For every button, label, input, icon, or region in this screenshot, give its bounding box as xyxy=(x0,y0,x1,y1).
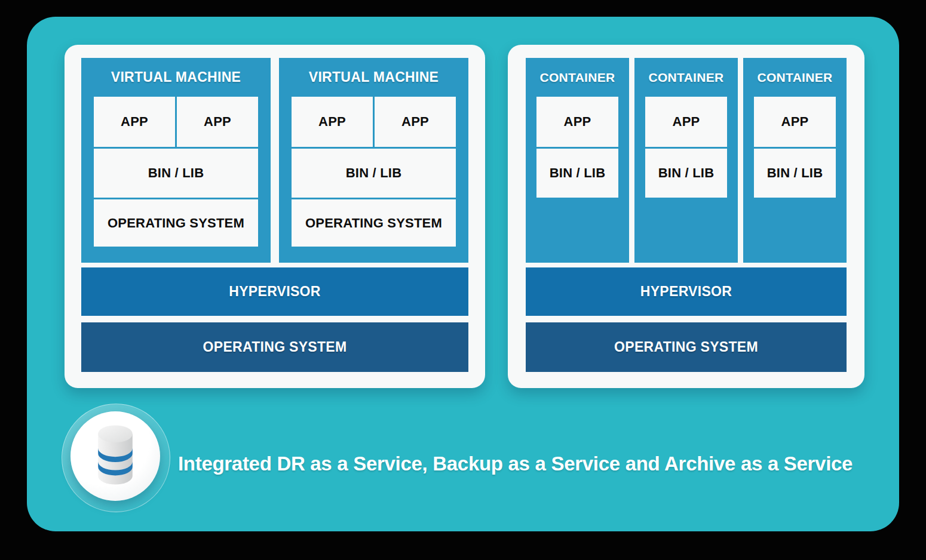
host-os-bar: OPERATING SYSTEM xyxy=(81,322,468,372)
database-badge xyxy=(62,404,170,512)
bin-lib-box: BIN / LIB xyxy=(645,149,727,198)
vm-title: VIRTUAL MACHINE xyxy=(94,58,258,97)
app-box: APP xyxy=(754,97,836,147)
hypervisor-bar: HYPERVISOR xyxy=(81,267,468,316)
database-badge-inner xyxy=(70,411,160,501)
guest-os-box: OPERATING SYSTEM xyxy=(94,199,258,247)
container-columns: CONTAINER APP BIN / LIB CONTAINER APP BI… xyxy=(526,58,847,263)
app-pair: APP APP xyxy=(94,97,258,147)
host-os-bar: OPERATING SYSTEM xyxy=(526,322,847,372)
container-panel: CONTAINER APP BIN / LIB CONTAINER APP BI… xyxy=(508,45,864,388)
container-stack: APP BIN / LIB xyxy=(645,97,727,198)
vm-title: VIRTUAL MACHINE xyxy=(292,58,456,97)
diagram-canvas: VIRTUAL MACHINE APP APP BIN / LIB OPERAT… xyxy=(27,17,899,531)
guest-os-box: OPERATING SYSTEM xyxy=(292,199,456,247)
vm-column-2: VIRTUAL MACHINE APP APP BIN / LIB OPERAT… xyxy=(279,58,468,263)
vm-stack: APP APP BIN / LIB OPERATING SYSTEM xyxy=(292,97,456,247)
app-box: APP xyxy=(375,97,456,147)
container-column-3: CONTAINER APP BIN / LIB xyxy=(743,58,847,263)
database-icon xyxy=(91,420,139,492)
app-box: APP xyxy=(292,97,373,147)
footer-caption: Integrated DR as a Service, Backup as a … xyxy=(178,453,871,475)
container-title: CONTAINER xyxy=(645,58,727,97)
app-box: APP xyxy=(645,97,727,147)
app-pair: APP APP xyxy=(292,97,456,147)
container-title: CONTAINER xyxy=(536,58,618,97)
vm-column-1: VIRTUAL MACHINE APP APP BIN / LIB OPERAT… xyxy=(81,58,271,263)
app-box: APP xyxy=(536,97,618,147)
bin-lib-box: BIN / LIB xyxy=(94,149,258,198)
container-title: CONTAINER xyxy=(754,58,836,97)
bin-lib-box: BIN / LIB xyxy=(292,149,456,198)
bin-lib-box: BIN / LIB xyxy=(754,149,836,198)
vm-stack: APP APP BIN / LIB OPERATING SYSTEM xyxy=(94,97,258,247)
container-column-1: CONTAINER APP BIN / LIB xyxy=(526,58,629,263)
virtual-machine-panel: VIRTUAL MACHINE APP APP BIN / LIB OPERAT… xyxy=(65,45,485,388)
hypervisor-bar: HYPERVISOR xyxy=(526,267,847,316)
container-stack: APP BIN / LIB xyxy=(754,97,836,198)
app-box: APP xyxy=(94,97,175,147)
container-column-2: CONTAINER APP BIN / LIB xyxy=(634,58,738,263)
bin-lib-box: BIN / LIB xyxy=(536,149,618,198)
container-stack: APP BIN / LIB xyxy=(536,97,618,198)
vm-columns: VIRTUAL MACHINE APP APP BIN / LIB OPERAT… xyxy=(81,58,468,263)
app-box: APP xyxy=(177,97,258,147)
